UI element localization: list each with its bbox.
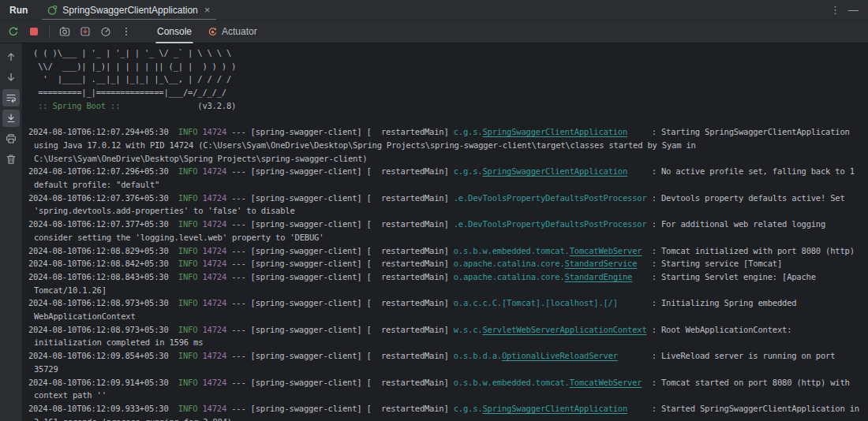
console-log-line: 2024-08-10T06:12:08.973+05:30 INFO 14724… xyxy=(28,296,862,322)
clear-all-button[interactable] xyxy=(2,151,20,168)
log-thread: --- [spring-swagger-client] [ restartedM… xyxy=(226,259,454,268)
log-pid: 14724 xyxy=(197,166,226,176)
log-logger-link[interactable]: StandardService xyxy=(565,259,638,268)
log-timestamp: 2024-08-10T06:12:08.843+05:30 xyxy=(28,272,178,281)
log-separator: : xyxy=(637,259,661,268)
log-level: INFO xyxy=(178,272,198,281)
tab-console-underline xyxy=(155,42,193,43)
log-logger-link[interactable]: ServletWebServerApplicationContext xyxy=(482,325,646,334)
log-pid: 14724 xyxy=(197,325,226,334)
log-timestamp: 2024-08-10T06:12:09.914+05:30 xyxy=(28,378,178,387)
down-stack-trace-button[interactable] xyxy=(2,69,20,86)
rerun-button[interactable] xyxy=(5,23,22,40)
arrow-down-icon xyxy=(6,72,17,83)
log-logger-prefix: w.s.c. xyxy=(454,325,483,334)
banner-line: =========|_|==============|___/=/_/_/_/ xyxy=(28,86,862,99)
print-icon xyxy=(6,133,17,144)
log-level: INFO xyxy=(178,166,198,176)
log-separator: : xyxy=(642,246,661,255)
log-logger-link[interactable]: TomcatWebServer xyxy=(570,378,642,387)
log-logger-prefix: o.apache.catalina.core. xyxy=(454,259,565,268)
log-level: INFO xyxy=(178,219,198,229)
log-separator: : xyxy=(647,325,661,334)
scroll-to-end-button[interactable] xyxy=(2,110,20,127)
log-separator: : xyxy=(642,378,661,387)
console-log-line: 2024-08-10T06:12:07.377+05:30 INFO 14724… xyxy=(28,218,862,244)
log-timestamp: 2024-08-10T06:12:07.377+05:30 xyxy=(28,219,178,229)
console-left-toolbar xyxy=(0,43,22,421)
log-separator: : xyxy=(618,351,661,360)
log-level: INFO xyxy=(178,259,198,268)
log-pid: 14724 xyxy=(197,127,226,136)
run-toolwindow-header: Run SpringSwaggerClientApplication × ⋮ — xyxy=(0,0,868,20)
banner-brand-line: :: Spring Boot :: (v3.2.8) xyxy=(28,99,862,113)
log-timestamp: 2024-08-10T06:12:08.842+05:30 xyxy=(28,259,178,268)
console-log-line: 2024-08-10T06:12:08.973+05:30 INFO 14724… xyxy=(28,323,862,349)
log-logger-link[interactable]: TomcatWebServer xyxy=(570,246,642,255)
log-thread: --- [spring-swagger-client] [ restartedM… xyxy=(226,351,454,360)
console-log-line: 2024-08-10T06:12:09.854+05:30 INFO 14724… xyxy=(28,349,862,375)
log-separator: : xyxy=(618,298,661,307)
trash-icon xyxy=(6,154,17,165)
log-timestamp: 2024-08-10T06:12:07.376+05:30 xyxy=(28,193,178,203)
soft-wrap-button[interactable] xyxy=(2,89,20,106)
log-pid: 14724 xyxy=(197,246,226,255)
log-thread: --- [spring-swagger-client] [ restartedM… xyxy=(226,378,454,387)
console-output[interactable]: ( ( )\___ | '_ | '_| | '_ \/ _` | \ \ \ … xyxy=(22,43,868,421)
console-log-line: 2024-08-10T06:12:08.842+05:30 INFO 14724… xyxy=(28,257,862,270)
log-separator: : xyxy=(632,272,661,281)
log-logger-link[interactable]: StandardEngine xyxy=(565,272,633,281)
log-timestamp: 2024-08-10T06:12:07.294+05:30 xyxy=(28,127,178,136)
print-button[interactable] xyxy=(2,130,20,147)
scroll-to-end-icon xyxy=(6,113,17,124)
log-level: INFO xyxy=(178,193,198,203)
log-logger-link[interactable]: SpringSwaggerClientApplication xyxy=(482,404,627,413)
tab-console-label: Console xyxy=(157,26,192,37)
tab-console[interactable]: Console xyxy=(149,20,200,43)
log-message: Tomcat initialized with port 8080 (http) xyxy=(661,246,855,255)
actuator-icon xyxy=(208,27,218,37)
more-options-icon[interactable]: ⋮ xyxy=(830,4,840,16)
log-pid: 14724 xyxy=(197,298,226,307)
log-logger-link[interactable]: OptionalLiveReloadServer xyxy=(502,351,618,360)
console-log-line: 2024-08-10T06:12:07.296+05:30 INFO 14724… xyxy=(28,165,862,191)
log-timestamp: 2024-08-10T06:12:09.854+05:30 xyxy=(28,351,178,360)
run-tab-title: SpringSwaggerClientApplication xyxy=(62,5,197,16)
log-level: INFO xyxy=(178,246,198,255)
log-timestamp: 2024-08-10T06:12:08.973+05:30 xyxy=(28,325,178,334)
log-timestamp: 2024-08-10T06:12:08.973+05:30 xyxy=(28,298,178,307)
update-application-button[interactable] xyxy=(77,23,94,40)
more-toolbar-actions-button[interactable] xyxy=(118,23,135,40)
stop-button[interactable] xyxy=(25,23,43,40)
log-timestamp: 2024-08-10T06:12:09.933+05:30 xyxy=(28,404,178,413)
close-tab-icon[interactable]: × xyxy=(203,4,212,16)
banner-line: ( ( )\___ | '_ | '_| | '_ \/ _` | \ \ \ … xyxy=(28,47,862,60)
update-classes-button[interactable] xyxy=(97,23,114,40)
gauge-icon xyxy=(100,26,111,37)
log-logger-prefix: .e.DevToolsPropertyDefaultsPostProcessor xyxy=(454,219,647,229)
log-logger-link[interactable]: SpringSwaggerClientApplication xyxy=(482,166,627,176)
console-log-line: 2024-08-10T06:12:09.914+05:30 INFO 14724… xyxy=(28,376,862,402)
thread-dump-button[interactable] xyxy=(56,23,73,40)
hide-toolwindow-icon[interactable]: — xyxy=(848,4,859,16)
update-application-icon xyxy=(80,26,91,37)
log-pid: 14724 xyxy=(197,404,226,413)
tab-actuator[interactable]: Actuator xyxy=(200,20,265,43)
log-level: INFO xyxy=(178,127,198,136)
spring-boot-run-icon xyxy=(47,5,58,16)
up-stack-trace-button[interactable] xyxy=(2,48,20,65)
kebab-menu-icon xyxy=(121,26,132,37)
log-logger-link[interactable]: SpringSwaggerClientApplication xyxy=(482,127,627,136)
console-log-line: 2024-08-10T06:12:08.843+05:30 INFO 14724… xyxy=(28,270,862,296)
run-tool-window: Run SpringSwaggerClientApplication × ⋮ — xyxy=(0,0,868,421)
log-pid: 14724 xyxy=(197,272,226,281)
log-separator: : xyxy=(647,219,661,229)
log-thread: --- [spring-swagger-client] [ restartedM… xyxy=(226,298,454,307)
banner-line: \\/ ___)| |_)| | | | | || (_| | ) ) ) ) xyxy=(28,60,862,73)
console-log-line: 2024-08-10T06:12:07.294+05:30 INFO 14724… xyxy=(28,125,862,165)
run-config-tab[interactable]: SpringSwaggerClientApplication × xyxy=(39,0,219,20)
log-separator: : xyxy=(627,404,661,413)
arrow-up-icon xyxy=(6,51,17,62)
log-message: Starting service [Tomcat] xyxy=(661,259,782,268)
log-thread: --- [spring-swagger-client] [ restartedM… xyxy=(226,166,454,176)
